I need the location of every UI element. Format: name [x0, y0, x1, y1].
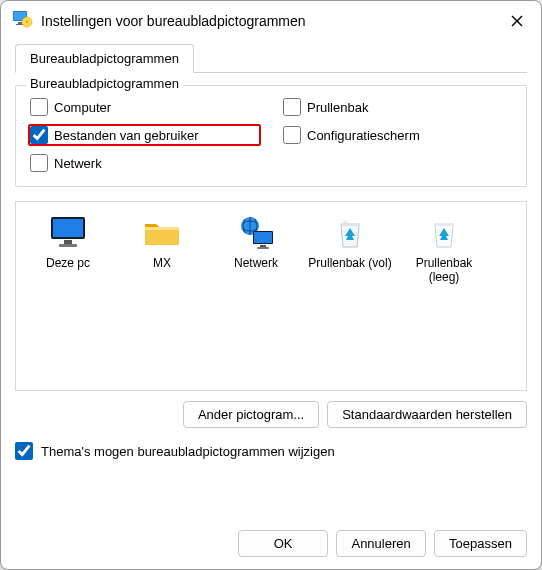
groupbox-legend: Bureaubladpictogrammen — [26, 76, 183, 91]
dialog-window: Instellingen voor bureaubladpictogrammen… — [0, 0, 542, 570]
recycle-bin-empty-icon — [422, 214, 466, 252]
svg-rect-12 — [145, 227, 179, 230]
monitor-icon — [46, 214, 90, 252]
preview-item-bin-empty[interactable]: Prullenbak (leeg) — [400, 210, 488, 285]
checkbox-input-network[interactable] — [30, 154, 48, 172]
icon-preview-pane[interactable]: Deze pc MX — [15, 201, 527, 391]
svg-point-5 — [26, 21, 28, 23]
network-icon — [234, 214, 278, 252]
svg-rect-20 — [434, 223, 454, 226]
preview-label: Netwerk — [234, 256, 278, 270]
checkbox-recycle-bin[interactable]: Prullenbak — [281, 96, 514, 118]
checkbox-user-files[interactable]: Bestanden van gebruiker — [28, 124, 261, 146]
preview-label: Prullenbak (vol) — [308, 256, 391, 270]
checkbox-input-themes-allowed[interactable] — [15, 442, 33, 460]
checkbox-themes-allowed[interactable]: Thema's mogen bureaubladpictogrammen wij… — [15, 442, 527, 460]
apply-button[interactable]: Toepassen — [434, 530, 527, 557]
change-icon-button[interactable]: Ander pictogram... — [183, 401, 319, 428]
titlebar: Instellingen voor bureaubladpictogrammen — [1, 1, 541, 43]
svg-rect-2 — [18, 22, 22, 24]
restore-defaults-button[interactable]: Standaardwaarden herstellen — [327, 401, 527, 428]
preview-item-bin-full[interactable]: Prullenbak (vol) — [306, 210, 394, 270]
checkbox-input-recycle-bin[interactable] — [283, 98, 301, 116]
preview-item-this-pc[interactable]: Deze pc — [24, 210, 112, 270]
svg-rect-11 — [59, 244, 77, 247]
checkbox-control-panel[interactable]: Configuratiescherm — [281, 124, 514, 146]
close-button[interactable] — [503, 7, 531, 35]
checkbox-input-control-panel[interactable] — [283, 126, 301, 144]
checkbox-input-computer[interactable] — [30, 98, 48, 116]
checkbox-label: Netwerk — [54, 156, 102, 171]
checkbox-label: Computer — [54, 100, 111, 115]
tab-desktop-icons[interactable]: Bureaubladpictogrammen — [15, 44, 194, 73]
recycle-bin-full-icon — [328, 214, 372, 252]
folder-icon — [140, 214, 184, 252]
groupbox-desktop-icons: Bureaubladpictogrammen Computer Prullenb… — [15, 85, 527, 187]
dialog-title: Instellingen voor bureaubladpictogrammen — [41, 13, 306, 29]
preview-label: MX — [153, 256, 171, 270]
cancel-button[interactable]: Annuleren — [336, 530, 426, 557]
svg-rect-15 — [254, 232, 272, 243]
svg-rect-18 — [340, 223, 360, 226]
checkbox-input-user-files[interactable] — [30, 126, 48, 144]
checkbox-label: Bestanden van gebruiker — [54, 128, 199, 143]
dialog-body: Bureaubladpictogrammen Bureaubladpictogr… — [1, 43, 541, 474]
close-icon — [511, 15, 523, 27]
checkbox-label: Configuratiescherm — [307, 128, 420, 143]
tab-strip: Bureaubladpictogrammen — [15, 43, 527, 73]
checkbox-label: Thema's mogen bureaubladpictogrammen wij… — [41, 444, 335, 459]
icon-button-row: Ander pictogram... Standaardwaarden hers… — [15, 401, 527, 428]
dialog-footer: OK Annuleren Toepassen — [1, 530, 541, 557]
ok-button[interactable]: OK — [238, 530, 328, 557]
svg-rect-9 — [53, 219, 83, 237]
preview-label: Prullenbak (leeg) — [400, 256, 488, 285]
checkbox-computer[interactable]: Computer — [28, 96, 261, 118]
svg-rect-16 — [260, 245, 266, 247]
preview-item-user-folder[interactable]: MX — [118, 210, 206, 270]
app-icon — [11, 8, 33, 34]
svg-rect-10 — [64, 240, 72, 244]
checkbox-network[interactable]: Netwerk — [28, 152, 261, 174]
preview-item-network[interactable]: Netwerk — [212, 210, 300, 270]
preview-label: Deze pc — [46, 256, 90, 270]
svg-rect-17 — [257, 247, 269, 249]
checkbox-label: Prullenbak — [307, 100, 368, 115]
